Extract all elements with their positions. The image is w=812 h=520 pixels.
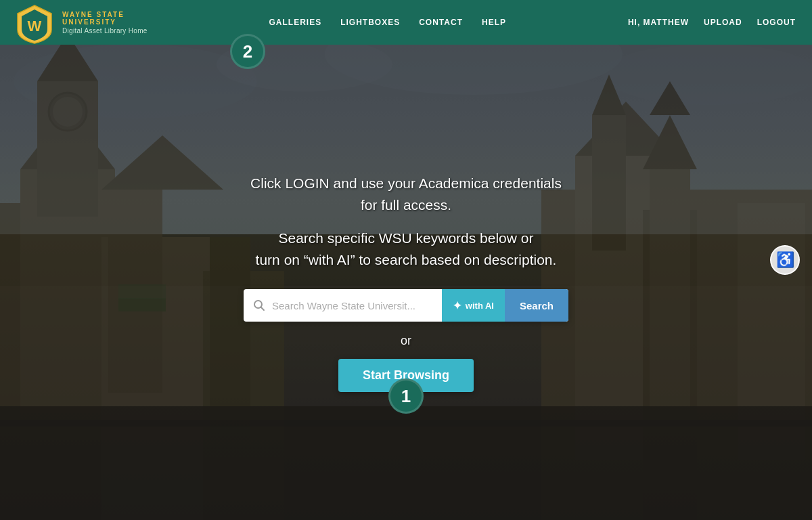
ai-icon: ✦ <box>453 299 461 312</box>
hero-section: Click LOGIN and use your Academica crede… <box>0 45 812 520</box>
nav-contact[interactable]: CONTACT <box>419 18 463 27</box>
hero-login-line1: Click LOGIN and use your Academica crede… <box>250 175 562 191</box>
search-input[interactable] <box>272 300 442 311</box>
with-ai-label: with AI <box>466 301 494 311</box>
nav-hi-matthew[interactable]: HI, MATTHEW <box>628 18 689 27</box>
svg-text:W: W <box>28 18 42 35</box>
hero-search-text: Search specific WSU keywords below or tu… <box>250 228 562 270</box>
navbar: W WAYNE STATE UNIVERSITY Digital Asset L… <box>0 0 812 45</box>
search-bar: ✦ with AI Search <box>244 289 568 322</box>
navbar-user-actions: HI, MATTHEW UPLOAD LOGOUT <box>628 18 796 27</box>
svg-line-33 <box>261 307 265 311</box>
university-sub-text: UNIVERSITY <box>62 18 148 26</box>
accessibility-button[interactable]: ♿ <box>770 245 800 275</box>
university-name-block: WAYNE STATE UNIVERSITY Digital Asset Lib… <box>62 11 148 35</box>
hero-search-line1: Search specific WSU keywords below or <box>279 230 534 246</box>
nav-galleries[interactable]: GALLERIES <box>269 18 322 27</box>
wsu-logo-shield: W <box>16 4 53 41</box>
university-name: WAYNE STATE UNIVERSITY <box>62 11 148 26</box>
hero-login-text: Click LOGIN and use your Academica crede… <box>250 173 562 215</box>
badge-1: 1 <box>388 378 424 414</box>
with-ai-button[interactable]: ✦ with AI <box>442 289 505 322</box>
navbar-nav: GALLERIES LIGHTBOXES CONTACT HELP <box>269 18 506 27</box>
nav-help[interactable]: HELP <box>482 18 506 27</box>
nav-lightboxes[interactable]: LIGHTBOXES <box>340 18 400 27</box>
hero-search-line2: turn on “with AI” to search based on des… <box>256 252 557 267</box>
accessibility-icon: ♿ <box>776 251 794 269</box>
library-subtitle: Digital Asset Library Home <box>62 27 148 35</box>
nav-upload[interactable]: UPLOAD <box>704 18 742 27</box>
hero-login-line2: for full access. <box>361 197 451 213</box>
university-name-text: WAYNE STATE <box>62 11 148 18</box>
start-browsing-wrapper: Start Browsing 1 <box>338 359 474 392</box>
hero-text: Click LOGIN and use your Academica crede… <box>250 173 562 270</box>
nav-logout[interactable]: LOGOUT <box>757 18 796 27</box>
badge-2: 2 <box>230 34 265 69</box>
or-divider-text: or <box>401 334 411 348</box>
main-content: Click LOGIN and use your Academica crede… <box>0 45 812 520</box>
search-button[interactable]: Search <box>505 289 568 322</box>
navbar-brand: W WAYNE STATE UNIVERSITY Digital Asset L… <box>16 4 148 41</box>
search-icon <box>244 299 272 311</box>
